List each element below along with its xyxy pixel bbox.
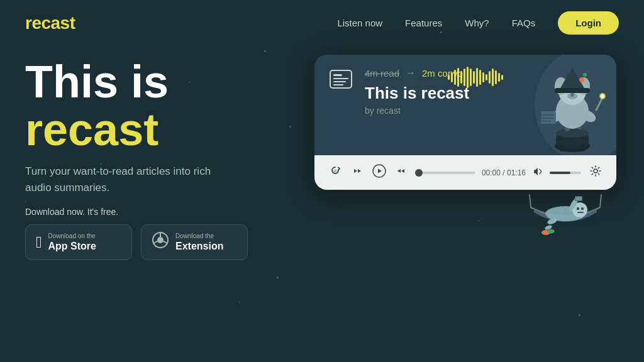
- nav-why[interactable]: Why?: [465, 18, 489, 28]
- svg-text:15: 15: [333, 169, 337, 173]
- svg-point-56: [547, 229, 555, 234]
- waveform: [448, 66, 503, 89]
- player-controls: 15: [314, 155, 616, 190]
- volume-fill: [550, 172, 570, 174]
- settings-button[interactable]: [587, 164, 604, 181]
- svg-line-3: [163, 241, 167, 244]
- main-content: This is recast Turn your want-to-read ar…: [0, 46, 644, 260]
- svg-point-45: [594, 169, 597, 173]
- time-separator: /: [502, 168, 507, 177]
- fast-forward-button[interactable]: [392, 164, 409, 181]
- hero-left: This is recast Turn your want-to-read ar…: [25, 52, 289, 260]
- svg-line-4: [154, 241, 158, 244]
- hero-right: 4m read → 2m convo This is recast by rec…: [314, 52, 619, 190]
- apple-icon: : [36, 233, 42, 252]
- player-top: 4m read → 2m convo This is recast by rec…: [314, 55, 616, 155]
- svg-line-47: [600, 195, 601, 207]
- svg-rect-32: [540, 111, 556, 124]
- app-store-big: App Store: [48, 240, 96, 252]
- nav-features[interactable]: Features: [405, 18, 442, 28]
- extension-button[interactable]: Download the Extension: [141, 224, 248, 260]
- svg-point-42: [583, 73, 587, 77]
- progress-bar[interactable]: [415, 172, 475, 174]
- time-arrow: →: [406, 67, 416, 79]
- time-old: 4m read: [365, 68, 399, 79]
- svg-rect-15: [581, 144, 585, 151]
- volume-icon: [532, 166, 543, 180]
- extension-icon: [152, 231, 169, 253]
- svg-point-41: [579, 77, 584, 82]
- svg-rect-6: [333, 74, 342, 76]
- login-button[interactable]: Login: [558, 11, 619, 35]
- nav-faqs[interactable]: FAQs: [512, 18, 536, 28]
- svg-line-46: [530, 195, 531, 207]
- hero-subtitle: Turn your want-to-read articles into ric…: [25, 163, 239, 195]
- download-buttons:  Download on the App Store: [25, 224, 289, 260]
- svg-point-40: [601, 94, 604, 98]
- time-display: 00:00 / 01:16: [482, 168, 526, 177]
- player-card: 4m read → 2m convo This is recast by rec…: [314, 55, 616, 190]
- svg-line-38: [596, 97, 602, 110]
- svg-point-28: [570, 93, 574, 97]
- svg-rect-9: [333, 84, 343, 85]
- svg-rect-51: [581, 207, 584, 210]
- nav-links: Listen now Features Why? FAQs Login: [337, 11, 619, 35]
- replay-button[interactable]: 15: [327, 164, 343, 181]
- svg-rect-7: [333, 78, 348, 79]
- svg-rect-33: [540, 111, 541, 124]
- hammock-character: [525, 189, 606, 248]
- time-current: 00:00: [482, 168, 501, 177]
- svg-point-1: [157, 237, 164, 243]
- logo: recast: [25, 13, 75, 33]
- svg-point-13: [556, 129, 589, 138]
- time-total: 01:16: [507, 168, 526, 177]
- play-button[interactable]: [372, 164, 386, 181]
- extension-text: Download the Extension: [175, 233, 223, 252]
- app-store-button[interactable]:  Download on the App Store: [25, 224, 132, 260]
- progress-indicator: [415, 169, 423, 177]
- hero-title: This is recast: [25, 58, 289, 153]
- download-label: Download now. It's free.: [25, 207, 289, 217]
- hero-title-line1: This is: [25, 57, 169, 107]
- navbar: recast Listen now Features Why? FAQs Log…: [0, 0, 644, 46]
- svg-rect-30: [555, 88, 590, 93]
- svg-rect-50: [577, 207, 579, 210]
- witch-dog-character: [509, 55, 616, 155]
- app-store-text: Download on the App Store: [48, 233, 96, 252]
- svg-rect-8: [333, 81, 346, 82]
- nav-listen-now[interactable]: Listen now: [337, 18, 382, 28]
- rewind-button[interactable]: [350, 164, 366, 181]
- hero-title-line2: recast: [25, 104, 158, 155]
- extension-big: Extension: [175, 240, 223, 252]
- svg-rect-52: [577, 212, 584, 213]
- svg-rect-59: [575, 197, 582, 200]
- app-store-small: Download on the: [48, 233, 96, 240]
- svg-rect-14: [560, 144, 564, 151]
- article-icon: [330, 70, 352, 93]
- extension-small: Download the: [175, 233, 223, 240]
- volume-bar[interactable]: [550, 172, 581, 174]
